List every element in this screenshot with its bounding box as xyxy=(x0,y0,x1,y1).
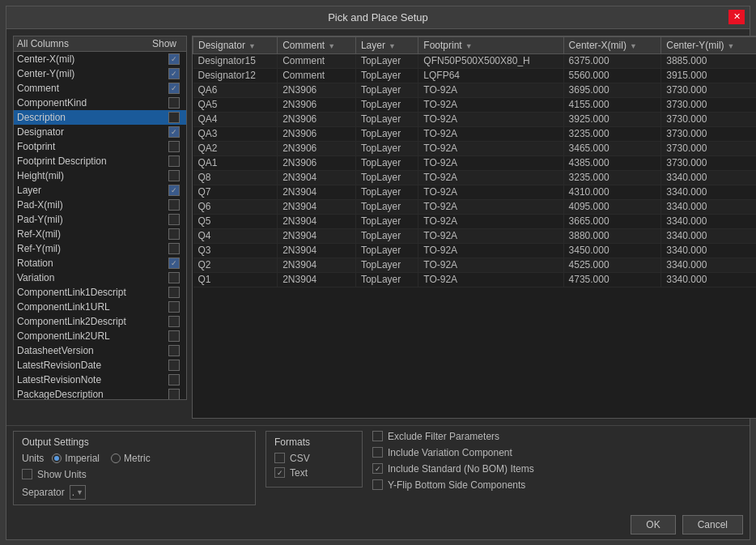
include-standard-checkbox[interactable] xyxy=(372,463,383,474)
include-variation-checkbox[interactable] xyxy=(372,447,383,458)
table-row[interactable]: Designator15CommentTopLayerQFN50P500X500… xyxy=(193,53,757,68)
column-checkbox[interactable] xyxy=(168,97,180,109)
column-list-item[interactable]: Designator xyxy=(14,125,186,139)
column-list-item[interactable]: Comment xyxy=(14,81,186,96)
column-checkbox[interactable] xyxy=(168,228,180,240)
column-checkbox[interactable] xyxy=(168,155,180,167)
exclude-filter-checkbox[interactable] xyxy=(372,431,383,441)
column-checkbox[interactable] xyxy=(168,199,180,211)
table-row[interactable]: QA62N3906TopLayerTO-92A3695.0003730.000 xyxy=(193,83,757,97)
close-button[interactable]: ✕ xyxy=(728,10,745,24)
columns-list[interactable]: Center-X(mil)Center-Y(mil)CommentCompone… xyxy=(13,52,187,400)
column-list-item[interactable]: Footprint Description xyxy=(14,154,186,168)
column-checkbox[interactable] xyxy=(168,374,180,385)
table-cell: 2N3906 xyxy=(278,155,356,170)
table-header-cell[interactable]: Comment▼ xyxy=(278,36,356,53)
column-list-item[interactable]: ComponentLink1URL xyxy=(14,300,186,314)
column-list-item[interactable]: Ref-X(mil) xyxy=(14,227,186,241)
imperial-radio-label: Imperial xyxy=(65,453,100,464)
exclude-filter-label: Exclude Filter Parameters xyxy=(388,431,499,442)
column-name: Footprint xyxy=(17,141,168,152)
column-checkbox[interactable] xyxy=(168,243,180,254)
column-list-item[interactable]: Footprint xyxy=(14,139,186,154)
metric-radio[interactable]: Metric xyxy=(111,453,151,464)
column-checkbox[interactable] xyxy=(168,185,180,196)
table-cell: Q1 xyxy=(193,272,278,287)
table-cell: Q8 xyxy=(193,170,278,185)
table-cell: 4385.000 xyxy=(563,155,661,170)
ok-button[interactable]: OK xyxy=(631,515,675,534)
table-row[interactable]: Q42N3904TopLayerTO-92A3880.0003340.000 xyxy=(193,228,757,243)
table-row[interactable]: QA52N3906TopLayerTO-92A4155.0003730.000 xyxy=(193,97,757,112)
table-row[interactable]: Designator12CommentTopLayerLQFP645560.00… xyxy=(193,68,757,83)
sort-icon: ▼ xyxy=(465,42,473,50)
table-row[interactable]: QA12N3906TopLayerTO-92A4385.0003730.000 xyxy=(193,155,757,170)
column-list-item[interactable]: PackageDescription xyxy=(14,387,186,400)
column-checkbox[interactable] xyxy=(168,287,180,298)
table-row[interactable]: Q12N3904TopLayerTO-92A4735.0003340.000 xyxy=(193,272,757,287)
column-checkbox[interactable] xyxy=(168,83,180,94)
csv-checkbox[interactable] xyxy=(274,453,285,463)
table-header-cell[interactable]: Center-X(mil)▼ xyxy=(563,36,661,53)
column-list-item[interactable]: Center-X(mil) xyxy=(14,52,186,66)
column-list-item[interactable]: Ref-Y(mil) xyxy=(14,241,186,256)
column-checkbox[interactable] xyxy=(168,141,180,152)
column-name: Comment xyxy=(17,83,168,94)
column-list-item[interactable]: ComponentLink2URL xyxy=(14,329,186,343)
main-content: All Columns Show Center-X(mil)Center-Y(m… xyxy=(6,29,750,425)
column-list-item[interactable]: Variation xyxy=(14,270,186,285)
column-checkbox[interactable] xyxy=(168,214,180,225)
text-checkbox[interactable] xyxy=(274,467,285,478)
table-header-cell[interactable]: Center-Y(mil)▼ xyxy=(661,36,756,53)
column-checkbox[interactable] xyxy=(168,170,180,181)
data-table-wrapper[interactable]: Designator▼Comment▼Layer▼Footprint▼Cente… xyxy=(192,36,756,419)
imperial-radio[interactable]: Imperial xyxy=(52,453,100,464)
table-header-cell[interactable]: Layer▼ xyxy=(355,36,418,53)
table-header-cell[interactable]: Footprint▼ xyxy=(418,36,563,53)
table-row[interactable]: QA22N3906TopLayerTO-92A3465.0003730.000 xyxy=(193,141,757,155)
column-list-item[interactable]: Rotation xyxy=(14,256,186,270)
table-row[interactable]: Q82N3904TopLayerTO-92A3235.0003340.000 xyxy=(193,170,757,185)
column-list-item[interactable]: Center-Y(mil) xyxy=(14,66,186,81)
column-checkbox[interactable] xyxy=(168,330,180,342)
column-checkbox[interactable] xyxy=(168,112,180,123)
column-checkbox[interactable] xyxy=(168,68,180,79)
yflip-checkbox[interactable] xyxy=(372,479,383,490)
column-name: Ref-Y(mil) xyxy=(17,243,168,254)
column-checkbox[interactable] xyxy=(168,360,180,371)
table-row[interactable]: Q52N3904TopLayerTO-92A3665.0003340.000 xyxy=(193,214,757,228)
table-row[interactable]: QA42N3906TopLayerTO-92A3925.0003730.000 xyxy=(193,112,757,126)
table-row[interactable]: QA32N3906TopLayerTO-92A3235.0003730.000 xyxy=(193,126,757,141)
column-list-item[interactable]: ComponentKind xyxy=(14,96,186,110)
column-list-item[interactable]: LatestRevisionNote xyxy=(14,373,186,387)
column-checkbox[interactable] xyxy=(168,389,180,400)
column-checkbox[interactable] xyxy=(168,301,180,313)
column-list-item[interactable]: Layer xyxy=(14,183,186,198)
column-checkbox[interactable] xyxy=(168,126,180,138)
column-list-item[interactable]: Pad-Y(mil) xyxy=(14,212,186,227)
table-row[interactable]: Q32N3904TopLayerTO-92A3450.0003340.000 xyxy=(193,243,757,258)
cancel-button[interactable]: Cancel xyxy=(682,515,743,534)
column-name: Layer xyxy=(17,185,168,196)
column-list-item[interactable]: DatasheetVersion xyxy=(14,343,186,358)
show-units-checkbox[interactable] xyxy=(22,469,32,479)
sort-icon: ▼ xyxy=(728,42,735,50)
column-checkbox[interactable] xyxy=(168,345,180,356)
column-checkbox[interactable] xyxy=(168,272,180,283)
table-row[interactable]: Q22N3904TopLayerTO-92A4525.0003340.000 xyxy=(193,258,757,272)
yflip-label: Y-Flip Bottom Side Components xyxy=(388,479,525,491)
column-checkbox[interactable] xyxy=(168,316,180,327)
column-checkbox[interactable] xyxy=(168,53,180,65)
separator-dropdown[interactable]: . ▼ xyxy=(70,485,86,500)
column-name: Footprint Description xyxy=(17,155,168,167)
column-list-item[interactable]: LatestRevisionDate xyxy=(14,358,186,373)
column-list-item[interactable]: ComponentLink1Descript xyxy=(14,285,186,300)
column-checkbox[interactable] xyxy=(168,258,180,269)
table-header-cell[interactable]: Designator▼ xyxy=(193,36,278,53)
column-list-item[interactable]: Pad-X(mil) xyxy=(14,198,186,212)
column-list-item[interactable]: Description xyxy=(14,110,186,125)
column-list-item[interactable]: ComponentLink2Descript xyxy=(14,314,186,329)
column-list-item[interactable]: Height(mil) xyxy=(14,168,186,183)
table-row[interactable]: Q72N3904TopLayerTO-92A4310.0003340.000 xyxy=(193,185,757,199)
table-row[interactable]: Q62N3904TopLayerTO-92A4095.0003340.000 xyxy=(193,199,757,214)
